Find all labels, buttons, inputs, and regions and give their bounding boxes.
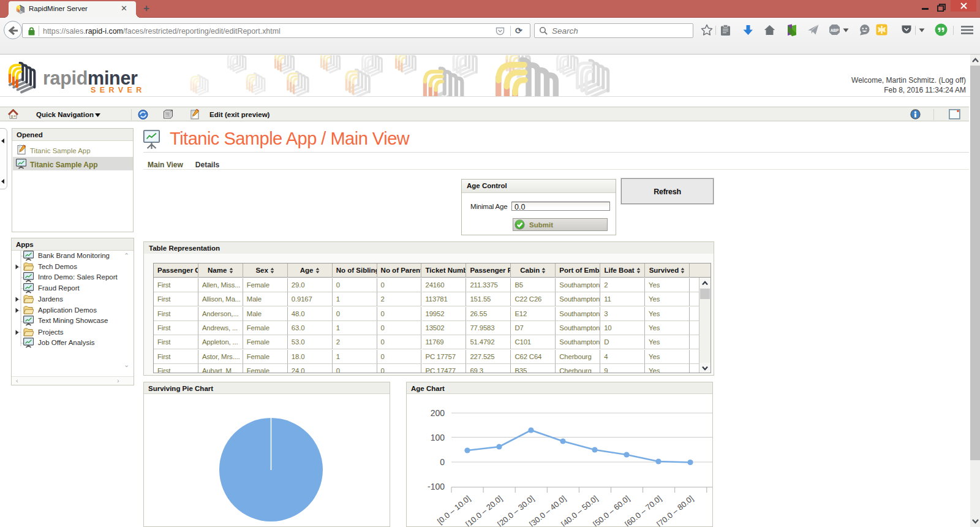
svg-text:200: 200 [431, 408, 445, 418]
svg-text:0: 0 [440, 457, 445, 467]
svg-text:SERVER: SERVER [91, 86, 146, 94]
svg-text:ABP: ABP [831, 28, 839, 32]
svg-text:100: 100 [431, 433, 445, 442]
svg-text:-100: -100 [428, 482, 445, 491]
